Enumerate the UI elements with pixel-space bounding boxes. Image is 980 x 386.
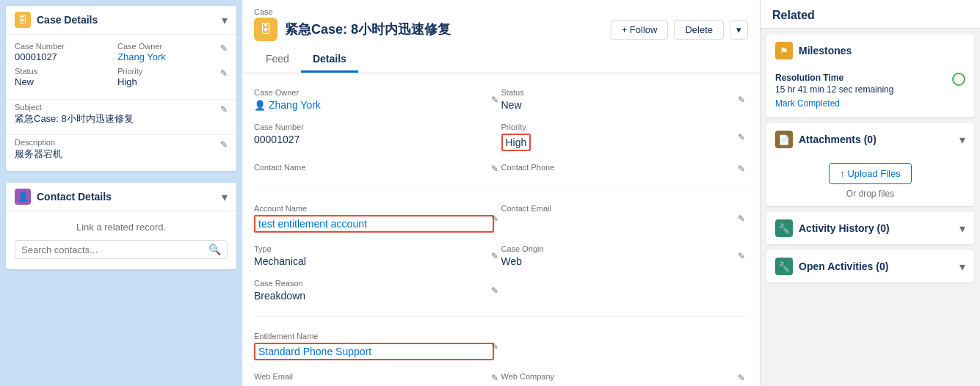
case-owner-label: Case Owner: [117, 42, 220, 51]
tab-details[interactable]: Details: [301, 47, 358, 73]
detail-case-number: Case Number 00001027: [254, 117, 501, 157]
case-header: Case 🗄 紧急Case: 8小时内迅速修复 + Follow Delete …: [242, 0, 760, 73]
priority-field: Priority High: [117, 67, 220, 87]
activity-history-icon: 🔧: [775, 219, 793, 237]
detail-web-email-edit[interactable]: ✎: [491, 373, 498, 383]
detail-case-reason-value: Breakdown: [254, 290, 494, 302]
details-section-1: Case Owner 👤 Zhang York ✎ Status New ✎ C…: [254, 73, 748, 189]
milestone-resolution-label: Resolution Time: [775, 73, 893, 83]
open-activities-title: Open Activities (0): [799, 261, 888, 272]
detail-case-owner-value[interactable]: Zhang York: [269, 99, 321, 111]
milestones-icon: ⚑: [775, 42, 793, 59]
detail-entitlement-name-edit[interactable]: ✎: [491, 341, 498, 352]
activity-history-title: Activity History (0): [799, 222, 890, 234]
case-details-collapse-button[interactable]: ▾: [222, 13, 228, 27]
attachments-title: Attachments (0): [799, 134, 876, 145]
case-details-title: Case Details: [37, 14, 98, 26]
detail-web-company: Web Company ✎: [501, 366, 749, 386]
open-activities-collapse-button[interactable]: ▾: [959, 260, 965, 274]
details-section-2: Account Name test entitlement account ✎ …: [254, 189, 748, 317]
detail-case-reason-edit[interactable]: ✎: [491, 285, 498, 296]
search-contacts-icon[interactable]: 🔍: [208, 244, 221, 255]
detail-priority-edit[interactable]: ✎: [738, 132, 745, 142]
description-value: 服务器宕机: [15, 148, 220, 161]
milestone-info: Resolution Time 15 hr 41 min 12 sec rema…: [775, 73, 893, 109]
tab-feed[interactable]: Feed: [254, 47, 301, 73]
activity-history-collapse-button[interactable]: ▾: [959, 222, 965, 236]
detail-account-name-box: test entitlement account: [254, 215, 494, 233]
detail-priority-label: Priority: [501, 123, 741, 131]
delete-button[interactable]: Delete: [674, 20, 724, 40]
detail-account-name-value[interactable]: test entitlement account: [258, 218, 367, 230]
priority-label: Priority: [117, 67, 220, 76]
subject-value: 紧急Case: 8小时内迅速修复: [15, 112, 220, 125]
open-activities-header: 🔧 Open Activities (0) ▾: [766, 250, 974, 283]
more-button[interactable]: ▾: [730, 20, 748, 40]
detail-case-owner-label: Case Owner: [254, 88, 494, 97]
detail-type-value: Mechanical: [254, 255, 494, 267]
detail-case-number-value: 00001027: [254, 134, 494, 145]
details-body: Case Owner 👤 Zhang York ✎ Status New ✎ C…: [242, 73, 760, 386]
attachments-header: 📄 Attachments (0) ▾: [766, 123, 974, 156]
search-contacts-input[interactable]: [21, 244, 208, 255]
detail-web-company-edit[interactable]: ✎: [738, 373, 745, 383]
subject-edit-icon[interactable]: ✎: [220, 104, 228, 114]
description-section: Description 服务器宕机 ✎: [6, 134, 236, 171]
drop-files-text: Or drop files: [775, 189, 965, 199]
attachments-header-left: 📄 Attachments (0): [775, 131, 876, 148]
milestones-section: ⚑ Milestones Resolution Time 15 hr 41 mi…: [766, 34, 974, 117]
detail-account-name-edit[interactable]: ✎: [491, 214, 498, 224]
attachments-body: ↑ Upload Files Or drop files: [766, 156, 974, 206]
detail-case-origin-label: Case Origin: [501, 244, 741, 253]
details-section-3: Entitlement Name Standard Phone Support …: [254, 317, 748, 386]
detail-type-label: Type: [254, 244, 494, 253]
details-grid-2: Account Name test entitlement account ✎ …: [254, 198, 748, 307]
detail-web-company-label: Web Company: [501, 372, 741, 381]
detail-status-label: Status: [501, 88, 741, 97]
status-label: Status: [15, 67, 117, 76]
left-panel: 🗄 Case Details ▾ Case Number 00001027 Ca…: [0, 0, 242, 386]
detail-type: Type Mechanical ✎: [254, 238, 501, 273]
status-priority-edit-icon[interactable]: ✎: [220, 68, 228, 79]
follow-button[interactable]: + Follow: [611, 20, 669, 40]
status-field: Status New: [15, 67, 117, 87]
milestones-header: ⚑ Milestones: [766, 34, 974, 67]
milestone-row: Resolution Time 15 hr 41 min 12 sec rema…: [775, 73, 965, 109]
detail-case-origin-edit[interactable]: ✎: [738, 251, 745, 261]
activity-history-header: 🔧 Activity History (0) ▾: [766, 212, 974, 244]
case-details-card: 🗄 Case Details ▾ Case Number 00001027 Ca…: [6, 6, 236, 171]
detail-case-owner-edit[interactable]: ✎: [491, 95, 498, 105]
detail-case-owner: Case Owner 👤 Zhang York ✎: [254, 82, 501, 117]
upload-files-button[interactable]: ↑ Upload Files: [829, 163, 911, 184]
case-owner-value[interactable]: Zhang York: [117, 51, 220, 62]
detail-case-number-label: Case Number: [254, 123, 494, 131]
detail-contact-phone-edit[interactable]: ✎: [738, 164, 745, 174]
milestones-body: Resolution Time 15 hr 41 min 12 sec rema…: [766, 67, 974, 117]
tabs-row: Feed Details: [254, 47, 748, 73]
mark-completed-link[interactable]: Mark Completed: [775, 98, 840, 109]
case-details-body: Case Number 00001027 Case Owner Zhang Yo…: [6, 34, 236, 99]
status-priority-row: Status New Priority High ✎: [15, 67, 228, 87]
description-edit-icon[interactable]: ✎: [220, 139, 228, 150]
detail-contact-email-edit[interactable]: ✎: [738, 214, 745, 224]
related-header: Related: [761, 0, 980, 29]
case-title-left: 🗄 紧急Case: 8小时内迅速修复: [254, 18, 451, 41]
search-contacts-box[interactable]: 🔍: [15, 240, 228, 259]
detail-contact-email: Contact Email ✎: [501, 198, 749, 238]
detail-case-reason-label: Case Reason: [254, 279, 494, 288]
detail-contact-name-edit[interactable]: ✎: [491, 164, 498, 174]
contact-details-icon: 👤: [15, 189, 31, 205]
contact-details-collapse-button[interactable]: ▾: [222, 190, 228, 204]
detail-entitlement-name-value[interactable]: Standard Phone Support: [258, 346, 371, 357]
detail-entitlement-name-box: Standard Phone Support: [254, 343, 494, 360]
milestones-title: Milestones: [799, 45, 852, 57]
open-activities-section: 🔧 Open Activities (0) ▾: [766, 250, 974, 283]
detail-type-edit[interactable]: ✎: [491, 251, 498, 261]
case-title: 紧急Case: 8小时内迅速修复: [285, 21, 451, 38]
contact-details-header: 👤 Contact Details ▾: [6, 183, 236, 211]
detail-status-edit[interactable]: ✎: [738, 95, 745, 105]
activity-history-header-left: 🔧 Activity History (0): [775, 219, 890, 237]
right-panel: Related ⚑ Milestones Resolution Time 15 …: [760, 0, 980, 386]
case-owner-edit-icon[interactable]: ✎: [220, 43, 228, 54]
attachments-collapse-button[interactable]: ▾: [959, 133, 965, 147]
